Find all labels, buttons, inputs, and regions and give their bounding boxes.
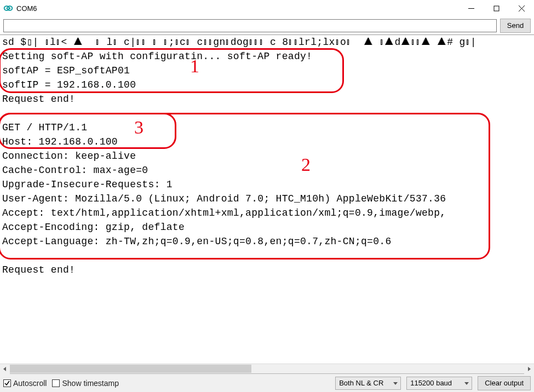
svg-line-7 — [519, 5, 525, 11]
autoscroll-checkbox[interactable]: Autoscroll — [3, 379, 47, 388]
autoscroll-label: Autoscroll — [13, 379, 47, 388]
svg-rect-4 — [9, 7, 10, 9]
serial-console[interactable]: sd $▯| ⫾l⫾< ⯅ ⫾ l⫾ c|⫾⫾ ⫾ ⫾;⫾c⫾ c⫾⫾gn⫾do… — [0, 35, 534, 364]
scroll-thumb[interactable] — [10, 365, 251, 373]
svg-marker-10 — [528, 367, 531, 371]
baud-value: 115200 baud — [410, 379, 452, 387]
svg-line-8 — [519, 5, 525, 11]
svg-rect-6 — [494, 6, 499, 11]
show-timestamp-label: Show timestamp — [62, 379, 118, 388]
close-button[interactable] — [509, 0, 534, 16]
window-titlebar: COM6 — [0, 0, 534, 16]
horizontal-scrollbar[interactable] — [0, 364, 534, 373]
line-ending-value: Both NL & CR — [339, 379, 383, 387]
minimize-button[interactable] — [458, 0, 484, 16]
window-title: COM6 — [16, 4, 37, 13]
maximize-button[interactable] — [484, 0, 509, 16]
status-bar: Autoscroll Show timestamp Both NL & CR 1… — [0, 373, 534, 392]
send-toolbar: Send — [0, 16, 534, 35]
scroll-track[interactable] — [10, 364, 524, 373]
baud-select[interactable]: 115200 baud — [406, 377, 472, 390]
arduino-icon — [3, 3, 13, 13]
console-text: sd $▯| ⫾l⫾< ⯅ ⫾ l⫾ c|⫾⫾ ⫾ ⫾;⫾c⫾ c⫾⫾gn⫾do… — [0, 35, 534, 277]
svg-rect-2 — [6, 8, 8, 8]
line-ending-select[interactable]: Both NL & CR — [335, 377, 401, 390]
clear-output-button[interactable]: Clear output — [478, 376, 531, 390]
show-timestamp-checkbox[interactable]: Show timestamp — [52, 379, 118, 388]
scroll-right-button[interactable] — [524, 364, 534, 374]
serial-send-input[interactable] — [3, 19, 497, 32]
scroll-left-button[interactable] — [0, 364, 10, 374]
svg-marker-9 — [3, 367, 6, 371]
send-button[interactable]: Send — [500, 19, 531, 33]
